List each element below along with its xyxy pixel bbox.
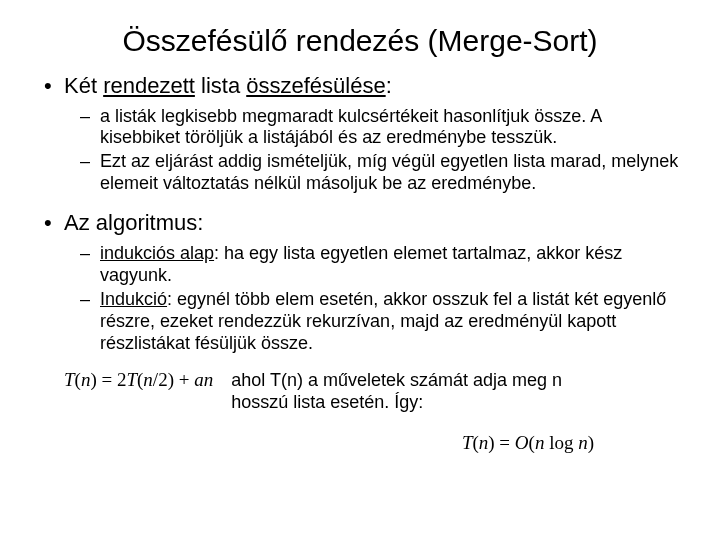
- eq-text: /2) +: [153, 369, 194, 390]
- eq-n: n: [535, 432, 545, 453]
- result-equation: T(n) = O(n log n): [462, 432, 594, 453]
- slide-title: Összefésülő rendezés (Merge-Sort): [0, 0, 720, 72]
- sublist: a listák legkisebb megmaradt kulcsértéke…: [64, 106, 684, 196]
- text-underline: indukciós alap: [100, 243, 214, 263]
- eq-T: T: [126, 369, 137, 390]
- slide-body: Két rendezett lista összefésülése: a lis…: [0, 72, 720, 454]
- bullet-list-1: Két rendezett lista összefésülése: a lis…: [36, 72, 684, 355]
- text-underline: összefésülése: [246, 73, 385, 98]
- text: Két: [64, 73, 103, 98]
- equation-note: ahol T(n) a műveletek számát adja meg n …: [231, 369, 611, 414]
- eq-O: O: [515, 432, 529, 453]
- text: lista: [195, 73, 246, 98]
- eq-text: ) =: [488, 432, 515, 453]
- text-underline: rendezett: [103, 73, 195, 98]
- text: :: [386, 73, 392, 98]
- eq-T: T: [462, 432, 473, 453]
- eq-T: T: [64, 369, 75, 390]
- eq-an: an: [194, 369, 213, 390]
- sub-bullet: indukciós alap: ha egy lista egyetlen el…: [100, 243, 684, 287]
- text-underline: Indukció: [100, 289, 167, 309]
- slide: Összefésülő rendezés (Merge-Sort) Két re…: [0, 0, 720, 540]
- equation-row: T(n) = 2T(n/2) + an ahol T(n) a művelete…: [36, 369, 684, 414]
- text: a műveletek számát adja meg: [303, 370, 552, 390]
- eq-n: n: [578, 432, 588, 453]
- text: : egynél több elem esetén, akkor osszuk …: [100, 289, 666, 353]
- eq-n: n: [143, 369, 153, 390]
- eq-log: log: [544, 432, 578, 453]
- text: Az algoritmus:: [64, 210, 203, 235]
- eq-n: n: [479, 432, 489, 453]
- result-equation-wrap: T(n) = O(n log n): [36, 432, 684, 454]
- bullet-algorithm: Az algoritmus: indukciós alap: ha egy li…: [64, 209, 684, 354]
- text-tn: T(n): [270, 370, 303, 390]
- sub-bullet: Indukció: egynél több elem esetén, akkor…: [100, 289, 684, 355]
- sublist: indukciós alap: ha egy lista egyetlen el…: [64, 243, 684, 355]
- recurrence-equation: T(n) = 2T(n/2) + an: [64, 369, 213, 391]
- text-n: n: [552, 370, 562, 390]
- sub-bullet: Ezt az eljárást addig ismételjük, míg vé…: [100, 151, 684, 195]
- text: hosszú lista esetén. Így:: [231, 392, 423, 412]
- bullet-merge-lists: Két rendezett lista összefésülése: a lis…: [64, 72, 684, 195]
- text: ahol: [231, 370, 270, 390]
- eq-n: n: [81, 369, 91, 390]
- eq-paren: ): [588, 432, 594, 453]
- eq-text: ) = 2: [90, 369, 126, 390]
- sub-bullet: a listák legkisebb megmaradt kulcsértéke…: [100, 106, 684, 150]
